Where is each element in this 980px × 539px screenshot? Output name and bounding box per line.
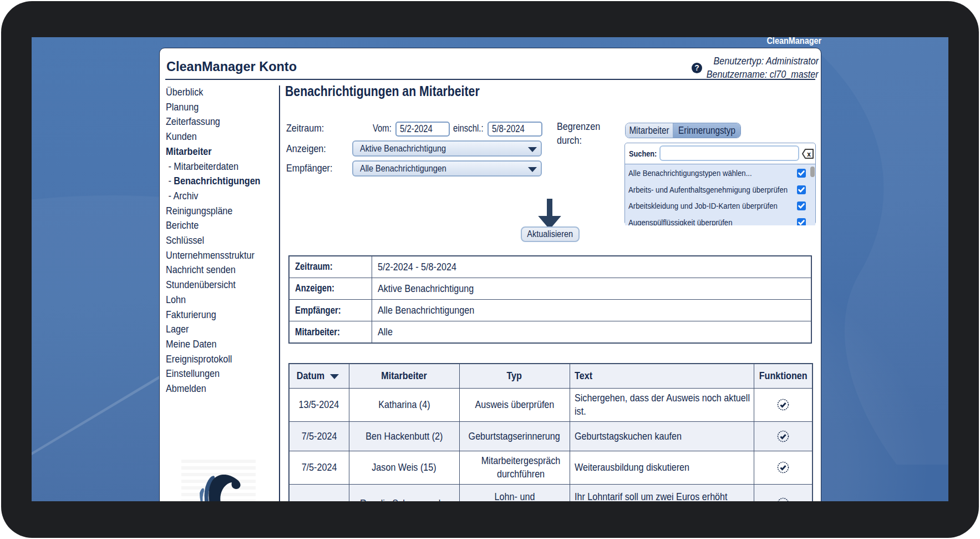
svg-text:x: x [807,150,811,158]
